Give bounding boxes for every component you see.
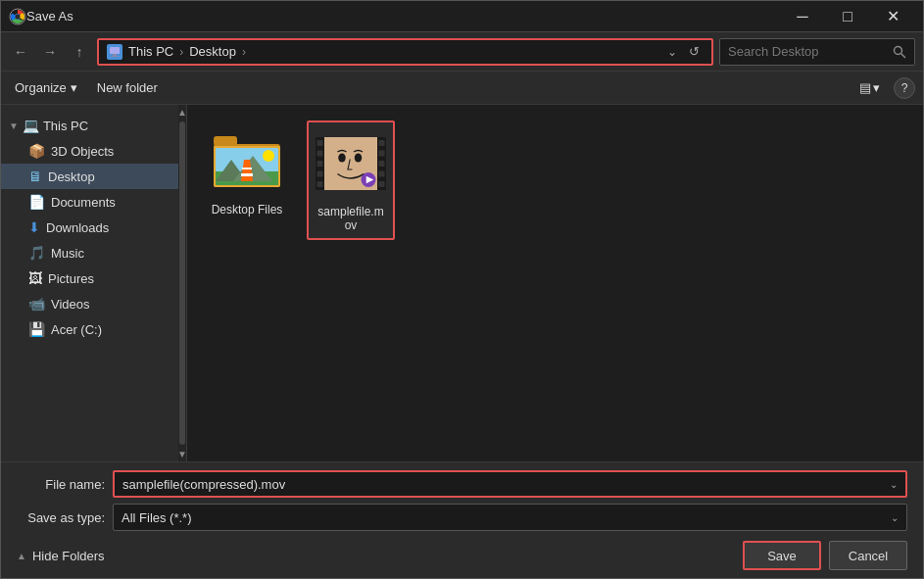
search-icon	[893, 45, 906, 59]
address-sep-1: ›	[179, 45, 183, 59]
save-type-label: Save as type:	[17, 510, 105, 525]
3d-objects-label: 3D Objects	[51, 144, 114, 159]
title-bar-controls: ─ □ ✕	[780, 1, 915, 32]
filename-label: File name:	[17, 477, 105, 492]
sidebar-item-this-pc[interactable]: ▼ 💻 This PC	[1, 113, 186, 138]
address-bar-right: ⌄ ↺	[663, 42, 704, 61]
svg-rect-30	[379, 171, 385, 177]
sidebar-item-music[interactable]: 🎵 Music	[1, 240, 186, 265]
organize-button[interactable]: Organize ▾	[9, 76, 83, 99]
forward-button[interactable]: →	[38, 40, 62, 64]
svg-rect-18	[242, 168, 252, 169]
address-refresh-button[interactable]: ↺	[685, 42, 704, 61]
svg-rect-5	[111, 56, 119, 57]
sidebar-item-videos[interactable]: 📹 Videos	[1, 291, 186, 316]
hide-folders-chevron: ▲	[17, 551, 26, 561]
file-item-samplefile-mov[interactable]: samplefile.mov	[307, 121, 395, 240]
folder-icon	[212, 132, 282, 191]
address-dropdown-button[interactable]: ⌄	[663, 43, 681, 61]
pictures-icon: 🖼	[28, 270, 42, 286]
filename-row: File name: ⌄	[17, 470, 907, 498]
file-area: Desktop Files	[187, 105, 923, 461]
cancel-button[interactable]: Cancel	[829, 541, 907, 570]
sidebar-scrollbar[interactable]: ▲ ▼	[178, 105, 186, 461]
organize-label: Organize	[15, 80, 67, 95]
filename-dropdown-arrow[interactable]: ⌄	[890, 479, 898, 490]
minimize-button[interactable]: ─	[780, 1, 825, 32]
pictures-label: Pictures	[48, 271, 94, 286]
svg-rect-24	[317, 171, 323, 177]
this-pc-label: This PC	[43, 119, 88, 133]
filename-input-wrapper[interactable]: ⌄	[113, 470, 907, 498]
hide-folders-label: Hide Folders	[32, 549, 105, 563]
acer-c-icon: 💾	[28, 321, 45, 337]
svg-rect-4	[113, 54, 117, 56]
organize-arrow: ▾	[71, 80, 77, 95]
computer-icon	[107, 44, 122, 60]
search-box[interactable]	[719, 38, 915, 66]
svg-rect-17	[241, 173, 253, 176]
svg-rect-28	[379, 151, 385, 157]
video-icon-wrapper	[316, 128, 386, 199]
chrome-icon	[9, 8, 26, 25]
save-button[interactable]: Save	[743, 541, 821, 570]
save-type-row: Save as type: All Files (*.*) ⌄	[17, 504, 907, 531]
svg-point-33	[338, 154, 346, 163]
new-folder-button[interactable]: New folder	[91, 76, 164, 99]
svg-point-2	[16, 14, 21, 19]
sidebar: ▼ 💻 This PC 📦 3D Objects 🖥 Desktop 📄 Doc…	[1, 105, 187, 461]
svg-line-7	[901, 53, 906, 58]
samplefile-mov-label: samplefile.mov	[315, 205, 387, 232]
svg-point-34	[355, 154, 363, 163]
file-item-desktop-files[interactable]: Desktop Files	[203, 121, 291, 240]
new-folder-label: New folder	[97, 80, 158, 95]
svg-rect-29	[379, 161, 385, 167]
bottom-right-buttons: Save Cancel	[743, 541, 907, 570]
video-thumbnail	[316, 128, 386, 199]
close-button[interactable]: ✕	[870, 1, 915, 32]
sidebar-item-acer-c[interactable]: 💾 Acer (C:)	[1, 316, 186, 342]
save-as-dialog: Save As ─ □ ✕ ← → ↑ This PC › Desktop › …	[0, 0, 924, 579]
search-input[interactable]	[728, 44, 889, 59]
help-button[interactable]: ?	[894, 77, 915, 99]
address-this-pc: This PC	[128, 44, 173, 59]
desktop-label: Desktop	[48, 169, 95, 184]
sidebar-item-downloads[interactable]: ⬇ Downloads	[1, 215, 186, 240]
acer-c-label: Acer (C:)	[51, 322, 102, 337]
documents-label: Documents	[51, 195, 116, 210]
address-bar[interactable]: This PC › Desktop › ⌄ ↺	[97, 38, 713, 66]
svg-rect-22	[317, 151, 323, 157]
svg-rect-27	[379, 140, 385, 146]
back-button[interactable]: ←	[9, 40, 32, 64]
filename-input[interactable]	[122, 477, 890, 492]
documents-icon: 📄	[28, 194, 45, 210]
svg-rect-3	[110, 47, 120, 54]
sidebar-item-3d-objects[interactable]: 📦 3D Objects	[1, 138, 186, 164]
address-sep-2: ›	[242, 45, 246, 59]
save-type-select[interactable]: All Files (*.*) ⌄	[113, 504, 907, 531]
svg-rect-25	[317, 181, 323, 187]
3d-objects-icon: 📦	[28, 143, 45, 159]
desktop-icon: 🖥	[28, 169, 42, 184]
svg-rect-31	[379, 181, 385, 187]
title-bar: Save As ─ □ ✕	[1, 1, 923, 32]
music-label: Music	[51, 246, 84, 261]
maximize-button[interactable]: □	[825, 1, 870, 32]
save-type-arrow: ⌄	[891, 512, 899, 523]
hide-folders-toggle[interactable]: ▲ Hide Folders	[17, 549, 105, 563]
downloads-label: Downloads	[46, 220, 109, 235]
address-desktop: Desktop	[189, 44, 236, 59]
desktop-files-label: Desktop Files	[212, 203, 283, 217]
dialog-title: Save As	[26, 9, 780, 24]
view-button[interactable]: ▤ ▾	[853, 76, 886, 99]
videos-label: Videos	[51, 297, 90, 312]
svg-point-6	[895, 46, 902, 54]
up-button[interactable]: ↑	[68, 40, 91, 64]
sidebar-item-desktop[interactable]: 🖥 Desktop	[1, 164, 186, 189]
sidebar-item-pictures[interactable]: 🖼 Pictures	[1, 265, 186, 291]
bottom-bar: File name: ⌄ Save as type: All Files (*.…	[1, 461, 923, 578]
toolbar-row: Organize ▾ New folder ▤ ▾ ?	[1, 72, 923, 105]
sidebar-item-documents[interactable]: 📄 Documents	[1, 189, 186, 215]
videos-icon: 📹	[28, 296, 45, 312]
main-content: ▼ 💻 This PC 📦 3D Objects 🖥 Desktop 📄 Doc…	[1, 105, 923, 461]
